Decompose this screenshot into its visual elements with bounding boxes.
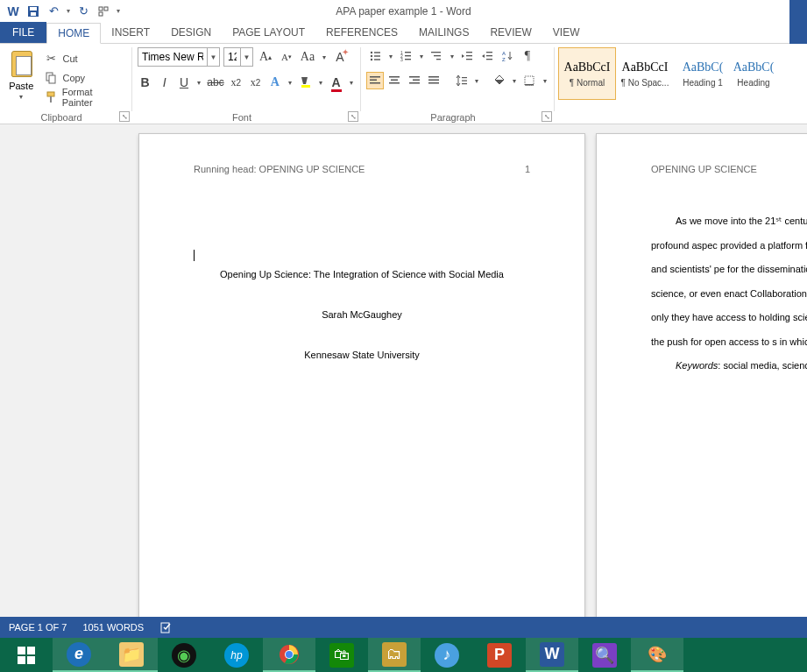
font-launcher[interactable]: ⤡ — [348, 111, 358, 122]
chevron-down-icon[interactable]: ▾ — [287, 79, 294, 87]
tab-mailings[interactable]: MAILINGS — [408, 22, 479, 43]
itunes-icon: ♪ — [435, 643, 459, 668]
chevron-down-icon[interactable]: ▾ — [317, 79, 324, 87]
document-area[interactable]: Running head: OPENING UP SCIENCE 1 Openi… — [0, 124, 807, 617]
tab-references[interactable]: REFERENCES — [315, 22, 408, 43]
svg-point-15 — [371, 59, 372, 60]
tab-review[interactable]: REVIEW — [479, 22, 542, 43]
taskbar-word[interactable]: W — [526, 638, 578, 672]
decrease-indent-button[interactable] — [458, 47, 476, 65]
taskbar-itunes[interactable]: ♪ — [421, 638, 473, 672]
chevron-down-icon[interactable]: ▼ — [207, 48, 219, 66]
bold-button[interactable]: B — [138, 74, 152, 91]
clear-format-button[interactable]: A✦ — [331, 48, 349, 66]
svg-rect-28 — [466, 59, 472, 60]
style-gallery[interactable]: AaBbCcI¶ Normal AaBbCcI¶ No Spac... AaBb… — [555, 46, 807, 100]
tab-view[interactable]: VIEW — [542, 22, 591, 43]
chevron-down-icon[interactable]: ▾ — [511, 77, 519, 85]
format-painter-button[interactable]: Format Painter — [40, 88, 126, 106]
font-name-input[interactable] — [138, 48, 207, 66]
borders-button[interactable] — [521, 72, 539, 89]
multilevel-button[interactable] — [428, 47, 445, 65]
page-body[interactable]: Opening Up Science: The Integration of S… — [194, 248, 530, 390]
style-heading[interactable]: AaBbC(Heading — [732, 47, 775, 100]
show-hide-button[interactable]: ¶ — [519, 47, 536, 65]
status-page[interactable]: PAGE 1 OF 7 — [9, 622, 67, 633]
numbering-button[interactable]: 123 — [397, 47, 414, 65]
superscript-button[interactable]: x2 — [248, 74, 263, 91]
paste-button[interactable]: Paste ▾ — [5, 47, 37, 106]
align-right-button[interactable] — [406, 72, 423, 89]
taskbar-app1[interactable]: 🗂 — [368, 638, 421, 672]
font-color-button[interactable]: A — [329, 74, 343, 91]
chevron-down-icon[interactable]: ▾ — [196, 79, 203, 87]
svg-rect-9 — [50, 96, 52, 103]
line-spacing-button[interactable] — [453, 72, 471, 89]
italic-button[interactable]: I — [157, 74, 172, 91]
subscript-button[interactable]: x2 — [229, 74, 244, 91]
shading-button[interactable] — [491, 72, 508, 89]
chevron-down-icon[interactable]: ▾ — [473, 77, 481, 85]
status-words[interactable]: 1051 WORDS — [82, 622, 144, 633]
style-normal[interactable]: AaBbCcI¶ Normal — [558, 47, 616, 100]
align-left-button[interactable] — [366, 72, 384, 89]
paragraph-launcher[interactable]: ⤡ — [542, 111, 552, 122]
taskbar-explorer[interactable]: 📁 — [105, 638, 158, 672]
svg-rect-40 — [409, 76, 420, 78]
svg-rect-46 — [462, 77, 467, 78]
sort-button[interactable]: AZ — [499, 47, 516, 65]
search-icon: 🔍 — [592, 643, 617, 668]
font-size-input[interactable] — [224, 48, 240, 66]
chevron-down-icon[interactable]: ▾ — [541, 77, 549, 85]
svg-rect-43 — [428, 76, 439, 78]
clipboard-launcher[interactable]: ⤡ — [119, 111, 130, 122]
page-1[interactable]: Running head: OPENING UP SCIENCE 1 Openi… — [138, 133, 585, 617]
cut-button[interactable]: ✂Cut — [40, 49, 126, 67]
taskbar-powerpoint[interactable]: P — [473, 638, 526, 672]
taskbar-hp[interactable]: hp — [210, 638, 263, 672]
chevron-down-icon[interactable]: ▾ — [417, 53, 425, 60]
bullets-button[interactable] — [366, 47, 384, 65]
align-center-button[interactable] — [386, 72, 404, 89]
text-effects-button[interactable]: A — [267, 74, 282, 91]
highlight-button[interactable] — [298, 74, 313, 91]
taskbar-camera[interactable]: ◉ — [158, 638, 210, 672]
chevron-down-icon[interactable]: ▾ — [386, 53, 394, 60]
chevron-down-icon[interactable]: ▾ — [320, 53, 328, 61]
svg-rect-20 — [405, 55, 411, 56]
taskbar-ie[interactable]: e — [53, 638, 105, 672]
window-title: APA paper example 1 - Word — [0, 5, 807, 18]
tab-page-layout[interactable]: PAGE LAYOUT — [222, 22, 315, 43]
taskbar-chrome[interactable] — [263, 638, 315, 672]
increase-indent-button[interactable] — [478, 47, 496, 65]
style-no-spacing[interactable]: AaBbCcI¶ No Spac... — [616, 47, 674, 100]
strikethrough-button[interactable]: abc — [207, 74, 223, 91]
page-2[interactable]: OPENING UP SCIENCE As we move into the 2… — [596, 133, 807, 617]
underline-button[interactable]: U — [176, 74, 191, 91]
svg-rect-50 — [525, 84, 534, 86]
chevron-down-icon[interactable]: ▾ — [348, 79, 355, 87]
tab-home[interactable]: HOME — [46, 23, 101, 44]
font-name-combo[interactable]: ▼ — [138, 47, 220, 67]
start-button[interactable] — [0, 638, 53, 672]
chevron-down-icon[interactable]: ▾ — [448, 53, 456, 60]
change-case-button[interactable]: Aa — [299, 48, 316, 66]
page-body[interactable]: As we move into the 21ˢᵗ century, social… — [651, 209, 807, 378]
svg-rect-24 — [434, 55, 441, 56]
chevron-down-icon[interactable]: ▼ — [240, 48, 252, 66]
tab-design[interactable]: DESIGN — [160, 22, 222, 43]
page-number: 1 — [525, 164, 530, 174]
shrink-font-button[interactable]: A▾ — [278, 48, 295, 66]
ribbon: Paste ▾ ✂Cut Copy Format Painter Clipboa… — [0, 44, 807, 124]
spellcheck-icon[interactable] — [159, 620, 173, 634]
justify-button[interactable] — [426, 72, 443, 89]
grow-font-button[interactable]: A▴ — [257, 48, 274, 66]
copy-button[interactable]: Copy — [40, 68, 126, 87]
tab-file[interactable]: FILE — [0, 22, 46, 43]
style-heading-1[interactable]: AaBbC(Heading 1 — [674, 47, 732, 100]
taskbar-store[interactable]: 🛍 — [315, 638, 368, 672]
taskbar-search[interactable]: 🔍 — [578, 638, 631, 672]
taskbar-paint[interactable]: 🎨 — [631, 638, 683, 672]
tab-insert[interactable]: INSERT — [101, 22, 160, 43]
font-size-combo[interactable]: ▼ — [223, 47, 253, 67]
